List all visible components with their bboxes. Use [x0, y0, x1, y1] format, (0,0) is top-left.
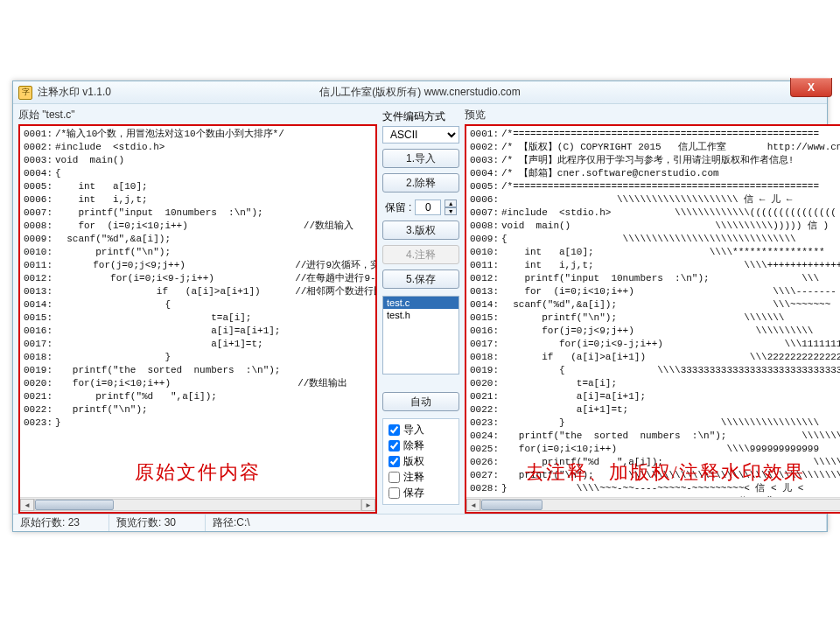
code-line: 0011: for(j=0;j<9;j++) //进行9次循环，实: [24, 259, 372, 272]
check-save-label: 保存: [403, 486, 424, 500]
code-line: 0019: printf("the sorted numbers :\n");: [24, 364, 372, 377]
check-copyright[interactable]: [388, 456, 400, 467]
code-line: 0004:/* 【邮箱】cner.software@cnerstudio.com: [470, 167, 840, 180]
code-line: 0021: printf("%d ",a[i]);: [24, 390, 372, 403]
file-list[interactable]: test.ctest.h: [382, 296, 459, 374]
code-line: 0016: a[i]=a[i+1];: [24, 325, 372, 338]
code-line: 0009:{ \\\\\\\\\\\\\\\\\\\\\\\\\\\\\\: [470, 233, 840, 246]
statusbar: 原始行数: 23 预览行数: 30 路径:C:\: [13, 514, 827, 531]
window-title: 注释水印 v1.1.0: [38, 85, 111, 100]
close-button[interactable]: X: [790, 78, 832, 97]
titlebar[interactable]: 字 注释水印 v1.1.0 信儿工作室(版权所有) www.cnerstudio…: [13, 81, 827, 104]
code-line: 0028:} \\\\~~~-~~----~~~~~-~~~~~~~~~< 信 …: [470, 482, 840, 495]
keep-label: 保留 :: [385, 200, 412, 215]
code-line: 0012: for(i=0;i<9-j;i++) //在每趟中进行9-j: [24, 272, 372, 285]
code-line: 0017: for(i=0;i<9-j;i++) \\\11111111: [470, 338, 840, 351]
code-line: 0024: printf("the sorted numbers :\n"); …: [470, 430, 840, 443]
code-line: 0003:void main(): [24, 154, 372, 167]
file-list-item[interactable]: test.c: [383, 297, 458, 309]
titlebar-center-text: 信儿工作室(版权所有) www.cnerstudio.com: [13, 85, 827, 100]
code-line: 0006: int i,j,t;: [24, 193, 372, 206]
status-path: 路径:C:\: [206, 514, 827, 531]
preview-code-area[interactable]: 0001:/*=================================…: [466, 126, 840, 497]
save-button[interactable]: 5.保存: [382, 270, 459, 289]
code-line: 0010: printf("\n");: [24, 246, 372, 259]
preview-hscroll[interactable]: ◄ ►: [466, 497, 840, 512]
code-line: 0003:/* 【声明】此程序仅用于学习与参考，引用请注明版权和作者信息!: [470, 154, 840, 167]
code-line: 0020: for(i=0;i<10;i++) //数组输出: [24, 377, 372, 390]
check-strip-label: 除释: [403, 438, 424, 453]
code-line: 0020: t=a[i];: [470, 377, 840, 390]
file-list-item[interactable]: test.h: [383, 309, 458, 321]
original-code-panel: 0001:/*输入10个数，用冒泡法对这10个数由小到大排序*/0002:#in…: [18, 124, 377, 514]
code-line: 0005:/*=================================…: [470, 180, 840, 193]
check-import[interactable]: [388, 424, 400, 436]
code-line: 0008: for (i=0;i<10;i++) //数组输入: [24, 220, 372, 233]
auto-button[interactable]: 自动: [382, 392, 459, 411]
code-line: 0023:}: [24, 416, 372, 430]
code-line: 0022: a[i+1]=t;: [470, 403, 840, 416]
code-line: 0011: int i,j,t; \\\\++++++++++++++: [470, 259, 840, 272]
status-preview-lines: 预览行数: 30: [109, 514, 206, 531]
code-line: 0014: {: [24, 298, 372, 312]
encoding-label: 文件编码方式: [382, 109, 459, 124]
check-import-label: 导入: [403, 423, 424, 438]
strip-button[interactable]: 2.除释: [382, 173, 459, 192]
code-line: 0010: int a[10]; \\\\****************: [470, 246, 840, 259]
check-save[interactable]: [388, 487, 400, 499]
code-line: 0018: }: [24, 351, 372, 364]
status-orig-lines: 原始行数: 23: [13, 514, 109, 531]
scroll-left-icon[interactable]: ◄: [20, 499, 34, 511]
code-line: 0019: { \\\\3333333333333333333333333333: [470, 364, 840, 377]
app-window: 字 注释水印 v1.1.0 信儿工作室(版权所有) www.cnerstudio…: [12, 80, 828, 532]
check-comment[interactable]: [388, 472, 400, 483]
code-line: 0007: printf("input 10numbers :\n");: [24, 206, 372, 220]
copyright-button[interactable]: 3.版权: [382, 220, 459, 240]
original-panel-label: 原始 "test.c": [18, 108, 377, 122]
check-strip[interactable]: [388, 440, 400, 452]
code-line: 0015: printf("\n"); \\\\\\\: [470, 312, 840, 325]
code-line: 0002:#include <stdio.h>: [24, 141, 372, 154]
code-line: 0026: printf("%d ",a[i]); \\\\\\\\: [470, 456, 840, 469]
code-line: 0005: int a[10];: [24, 180, 372, 193]
code-line: 0001:/*输入10个数，用冒泡法对这10个数由小到大排序*/: [24, 128, 372, 141]
code-line: 0014: scanf("%d",&a[i]); \\\~~~~~~~: [470, 298, 840, 312]
preview-code-panel: 0001:/*=================================…: [465, 124, 840, 514]
code-line: 0021: a[i]=a[i+1];: [470, 390, 840, 403]
code-line: 0007:#include <stdio.h> \\\\\\\\\\\\\(((…: [470, 206, 840, 220]
code-line: 0023: } \\\\\\\\\\\\\\\\\: [470, 416, 840, 430]
check-comment-label: 注释: [403, 470, 424, 485]
code-line: 0016: for(j=0;j<9;j++) \\\\\\\\\\: [470, 325, 840, 338]
code-line: 0009: scanf("%d",&a[i]);: [24, 233, 372, 246]
code-line: 0027: printf("\n"); \\\\\\\\\\\\\\\\\\\\…: [470, 469, 840, 482]
scroll-left-icon[interactable]: ◄: [466, 499, 480, 511]
keep-input[interactable]: [415, 200, 441, 215]
code-line: 0001:/*=================================…: [470, 128, 840, 141]
code-line: 0006: \\\\\\\\\\\\\\\\\\\\\ 信 ← 儿 ←: [470, 193, 840, 206]
code-line: 0025: for(i=0;i<10;i++) \\\\999999999999: [470, 443, 840, 456]
code-line: 0002:/* 【版权】(C) COPYRIGHT 2015 信儿工作室 htt…: [470, 141, 840, 154]
import-button[interactable]: 1.导入: [382, 149, 459, 168]
code-line: 0017: a[i+1]=t;: [24, 338, 372, 351]
check-copyright-label: 版权: [403, 454, 424, 469]
code-line: 0013: for (i=0;i<10;i++) \\\\-------: [470, 285, 840, 298]
keep-step-up[interactable]: ▲: [444, 200, 457, 207]
auto-options: 导入 除释 版权 注释 保存: [382, 418, 459, 505]
encoding-select[interactable]: ASCII: [382, 126, 459, 144]
original-code-area[interactable]: 0001:/*输入10个数，用冒泡法对这10个数由小到大排序*/0002:#in…: [20, 126, 375, 497]
code-line: 0008:void main() \\\\\\\\\\))))) 信 ): [470, 220, 840, 233]
code-line: 0013: if (a[i]>a[i+1]) //相邻两个数进行比: [24, 285, 372, 298]
app-icon: 字: [18, 86, 32, 100]
code-line: 0004:{: [24, 167, 372, 180]
code-line: 0022: printf("\n");: [24, 403, 372, 416]
scroll-right-icon[interactable]: ►: [361, 499, 375, 511]
comment-button[interactable]: 4.注释: [382, 245, 459, 264]
code-line: 0012: printf("input 10numbers :\n"); \\\: [470, 272, 840, 285]
code-line: 0015: t=a[i];: [24, 312, 372, 325]
keep-step-down[interactable]: ▼: [444, 207, 457, 215]
preview-panel-label: 预览: [465, 108, 840, 122]
code-line: 0018: if (a[i]>a[i+1]) \\\2222222222222: [470, 351, 840, 364]
original-hscroll[interactable]: ◄ ►: [20, 497, 375, 512]
